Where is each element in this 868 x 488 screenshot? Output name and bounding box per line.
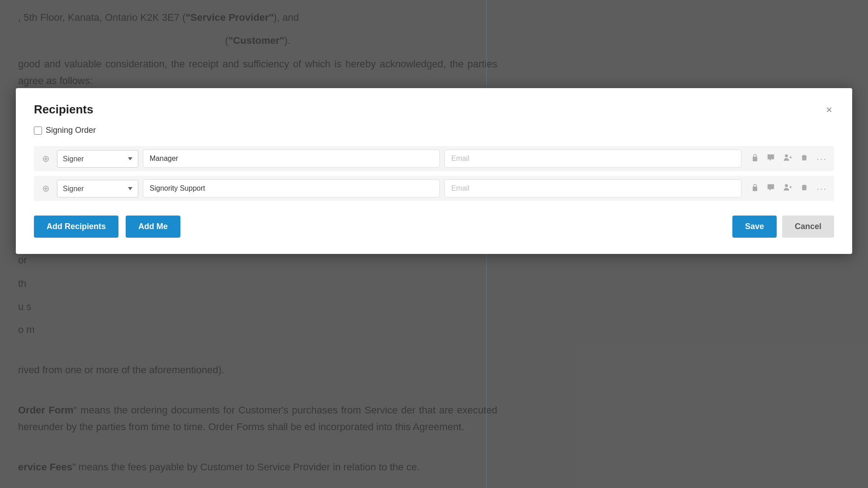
comment-icon-2[interactable] [765, 182, 777, 196]
delete-icon-1[interactable] [798, 152, 810, 166]
signing-order-checkbox[interactable] [34, 127, 42, 135]
role-select-1[interactable]: Signer Approver CC [57, 150, 138, 168]
role-select-2[interactable]: Signer Approver CC [57, 180, 138, 197]
lock-icon-2[interactable] [750, 181, 760, 196]
add-user-icon-1[interactable] [781, 151, 794, 166]
signing-order-label: Signing Order [46, 126, 96, 135]
comment-icon-1[interactable] [765, 152, 777, 166]
name-input-2[interactable] [143, 179, 440, 197]
svg-rect-4 [753, 187, 757, 191]
recipients-modal: Recipients × Signing Order ⊕ Signer Appr… [16, 88, 852, 254]
row-actions-1: ··· [750, 151, 829, 166]
modal-header: Recipients × [34, 103, 834, 117]
svg-rect-0 [753, 157, 757, 161]
row-actions-2: ··· [750, 181, 829, 196]
add-user-icon-2[interactable] [781, 181, 794, 196]
cancel-button[interactable]: Cancel [782, 216, 834, 238]
recipient-row: ⊕ Signer Approver CC [34, 176, 834, 201]
add-recipients-button[interactable]: Add Recipients [34, 216, 118, 238]
drag-handle-icon-2[interactable]: ⊕ [39, 181, 52, 196]
svg-point-5 [785, 184, 788, 187]
drag-handle-icon[interactable]: ⊕ [39, 151, 52, 166]
svg-point-1 [785, 154, 788, 157]
add-me-button[interactable]: Add Me [126, 216, 180, 238]
close-button[interactable]: × [824, 104, 834, 115]
save-button[interactable]: Save [732, 216, 777, 238]
delete-icon-2[interactable] [798, 182, 810, 196]
footer-right-buttons: Save Cancel [732, 216, 834, 238]
more-icon-2[interactable]: ··· [815, 182, 829, 196]
name-input-1[interactable] [143, 150, 440, 168]
email-input-2[interactable] [444, 179, 741, 197]
lock-icon-1[interactable] [750, 151, 760, 166]
signing-order-row: Signing Order [34, 126, 834, 135]
footer-left-buttons: Add Recipients Add Me [34, 216, 180, 238]
email-input-1[interactable] [444, 150, 741, 168]
recipient-row: ⊕ Signer Approver CC [34, 146, 834, 171]
more-icon-1[interactable]: ··· [815, 152, 829, 166]
modal-title: Recipients [34, 103, 94, 117]
modal-footer: Add Recipients Add Me Save Cancel [34, 216, 834, 238]
recipients-list: ⊕ Signer Approver CC [34, 146, 834, 201]
